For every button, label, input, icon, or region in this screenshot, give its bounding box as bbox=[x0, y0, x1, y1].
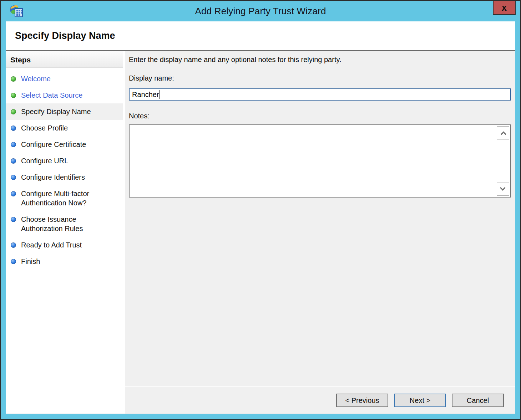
steps-heading: Steps bbox=[6, 51, 123, 68]
step-item-select-data-source[interactable]: Select Data Source bbox=[6, 87, 123, 103]
step-label: Configure Certificate bbox=[21, 140, 86, 149]
step-pending-bullet-icon bbox=[11, 242, 16, 248]
page-header: Specify Display Name bbox=[6, 21, 515, 51]
step-done-bullet-icon bbox=[11, 93, 16, 98]
step-item-configure-identifiers: Configure Identifiers bbox=[6, 169, 123, 185]
step-item-finish: Finish bbox=[6, 253, 123, 270]
notes-textarea[interactable] bbox=[129, 124, 511, 198]
step-label: Choose Issuance Authorization Rules bbox=[21, 215, 83, 233]
step-label: Configure Identifiers bbox=[21, 173, 85, 182]
next-button[interactable]: Next > bbox=[394, 394, 446, 407]
close-button[interactable]: x bbox=[493, 1, 516, 15]
step-done-bullet-icon bbox=[11, 109, 16, 114]
step-item-choose-profile: Choose Profile bbox=[6, 120, 123, 136]
step-label: Configure URL bbox=[21, 156, 68, 165]
step-pending-bullet-icon bbox=[11, 217, 16, 222]
wizard-window: Add Relying Party Trust Wizard x Specify… bbox=[0, 0, 521, 420]
display-name-input[interactable]: Rancher bbox=[129, 88, 511, 101]
page-title: Specify Display Name bbox=[15, 30, 115, 41]
close-icon: x bbox=[502, 3, 507, 12]
step-pending-bullet-icon bbox=[11, 126, 16, 131]
titlebar[interactable]: Add Relying Party Trust Wizard x bbox=[1, 1, 520, 21]
step-item-choose-issuance-authorization-rules: Choose Issuance Authorization Rules bbox=[6, 211, 123, 237]
scrollbar-track[interactable] bbox=[497, 140, 509, 182]
previous-button[interactable]: < Previous bbox=[336, 394, 388, 407]
display-name-value: Rancher bbox=[132, 91, 159, 99]
step-item-configure-multi-factor-authentication-now: Configure Multi-factor Authentication No… bbox=[6, 185, 123, 211]
scroll-up-button[interactable] bbox=[497, 127, 509, 140]
notes-label: Notes: bbox=[129, 112, 511, 120]
step-label: Ready to Add Trust bbox=[21, 240, 82, 250]
step-pending-bullet-icon bbox=[11, 158, 16, 164]
cancel-button[interactable]: Cancel bbox=[452, 394, 504, 407]
step-item-welcome[interactable]: Welcome bbox=[6, 71, 123, 87]
adfs-app-icon bbox=[10, 4, 23, 18]
text-caret bbox=[160, 90, 160, 99]
step-pending-bullet-icon bbox=[11, 175, 16, 180]
notes-scrollbar[interactable] bbox=[497, 126, 509, 196]
step-label: Choose Profile bbox=[21, 123, 68, 133]
main-pane: Enter the display name and any optional … bbox=[123, 51, 515, 414]
step-item-specify-display-name: Specify Display Name bbox=[6, 103, 123, 120]
step-label: Select Data Source bbox=[21, 91, 82, 100]
step-label: Finish bbox=[21, 257, 40, 266]
chevron-up-icon bbox=[501, 131, 506, 137]
chevron-down-icon bbox=[500, 185, 506, 191]
instruction-text: Enter the display name and any optional … bbox=[129, 56, 511, 64]
step-pending-bullet-icon bbox=[11, 191, 16, 196]
display-name-label: Display name: bbox=[129, 74, 511, 82]
step-label: Configure Multi-factor Authentication No… bbox=[21, 189, 89, 208]
window-title: Add Relying Party Trust Wizard bbox=[195, 6, 326, 17]
step-pending-bullet-icon bbox=[11, 259, 16, 264]
scroll-down-button[interactable] bbox=[497, 182, 509, 195]
step-item-configure-url: Configure URL bbox=[6, 153, 123, 169]
pane-content: Enter the display name and any optional … bbox=[125, 51, 515, 386]
wizard-content: Specify Display Name Steps WelcomeSelect… bbox=[6, 21, 515, 414]
steps-list: WelcomeSelect Data SourceSpecify Display… bbox=[6, 71, 123, 270]
step-done-bullet-icon bbox=[11, 76, 16, 82]
button-bar: < Previous Next > Cancel bbox=[125, 387, 515, 414]
step-pending-bullet-icon bbox=[11, 142, 16, 147]
steps-sidebar: Steps WelcomeSelect Data SourceSpecify D… bbox=[6, 51, 123, 414]
step-item-ready-to-add-trust: Ready to Add Trust bbox=[6, 237, 123, 253]
step-item-configure-certificate: Configure Certificate bbox=[6, 136, 123, 153]
step-label: Welcome bbox=[21, 74, 51, 83]
step-label: Specify Display Name bbox=[21, 107, 91, 116]
